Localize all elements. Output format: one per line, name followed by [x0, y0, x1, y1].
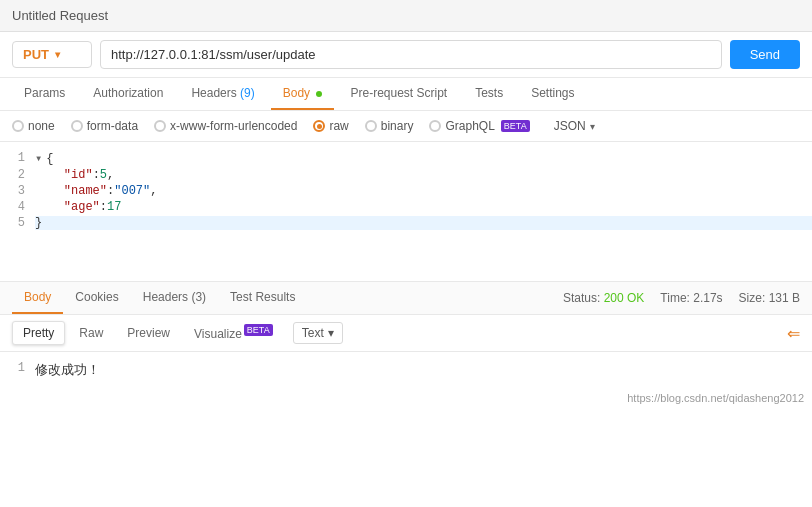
- radio-raw[interactable]: raw: [313, 119, 348, 133]
- format-selector[interactable]: JSON ▾: [554, 119, 595, 133]
- raw-button[interactable]: Raw: [69, 322, 113, 344]
- size-value: 131 B: [769, 291, 800, 305]
- radio-none-circle: [12, 120, 24, 132]
- tab-headers[interactable]: Headers (9): [179, 78, 266, 110]
- code-line-2: 2 "id":5,: [0, 167, 812, 183]
- preview-button[interactable]: Preview: [117, 322, 180, 344]
- text-format-arrow-icon: ▾: [328, 326, 334, 340]
- radio-urlencoded[interactable]: x-www-form-urlencoded: [154, 119, 297, 133]
- text-format-label: Text: [302, 326, 324, 340]
- radio-graphql-circle: [429, 120, 441, 132]
- url-bar: PUT ▾ Send: [0, 32, 812, 78]
- code-line-4: 4 "age":17: [0, 199, 812, 215]
- radio-binary-circle: [365, 120, 377, 132]
- visualize-button[interactable]: VisualizeBETA: [184, 321, 283, 345]
- tab-pre-request[interactable]: Pre-request Script: [338, 78, 459, 110]
- response-content: 1 修改成功！: [0, 352, 812, 388]
- title-label: Untitled Request: [12, 8, 108, 23]
- watermark: https://blog.csdn.net/qidasheng2012: [0, 388, 812, 408]
- resp-line-1-content: 修改成功！: [35, 361, 100, 379]
- code-line-1: 1 ▾{: [0, 150, 812, 167]
- tab-authorization[interactable]: Authorization: [81, 78, 175, 110]
- body-type-row: none form-data x-www-form-urlencoded raw…: [0, 111, 812, 142]
- code-line-5: 5 }: [0, 215, 812, 231]
- request-tabs: Params Authorization Headers (9) Body Pr…: [0, 78, 812, 111]
- tab-body[interactable]: Body: [271, 78, 335, 110]
- method-value: PUT: [23, 47, 49, 62]
- time-value: 2.17s: [693, 291, 722, 305]
- resp-line-1: 1 修改成功！: [0, 360, 812, 380]
- code-line-3: 3 "name":"007",: [0, 183, 812, 199]
- visualize-beta-badge: BETA: [244, 324, 273, 336]
- response-status: Status: 200 OK Time: 2.17s Size: 131 B: [563, 291, 800, 305]
- tab-tests[interactable]: Tests: [463, 78, 515, 110]
- response-section: Body Cookies Headers (3) Test Results St…: [0, 282, 812, 388]
- format-label: JSON: [554, 119, 586, 133]
- radio-binary[interactable]: binary: [365, 119, 414, 133]
- tab-params[interactable]: Params: [12, 78, 77, 110]
- graphql-beta-badge: BETA: [501, 120, 530, 132]
- resp-tab-body[interactable]: Body: [12, 282, 63, 314]
- title-bar: Untitled Request: [0, 0, 812, 32]
- resp-tab-headers[interactable]: Headers (3): [131, 282, 218, 314]
- radio-form-data-circle: [71, 120, 83, 132]
- response-tabs-bar: Body Cookies Headers (3) Test Results St…: [0, 282, 812, 315]
- send-button[interactable]: Send: [730, 40, 800, 69]
- body-dot: [316, 91, 322, 97]
- format-dropdown-icon: ▾: [590, 121, 595, 132]
- resp-tab-cookies[interactable]: Cookies: [63, 282, 130, 314]
- radio-graphql[interactable]: GraphQL BETA: [429, 119, 529, 133]
- status-value: 200 OK: [604, 291, 645, 305]
- radio-none[interactable]: none: [12, 119, 55, 133]
- tab-settings[interactable]: Settings: [519, 78, 586, 110]
- wrap-lines-icon[interactable]: ⇐: [787, 324, 800, 343]
- resp-tab-test-results[interactable]: Test Results: [218, 282, 307, 314]
- code-editor[interactable]: 1 ▾{ 2 "id":5, 3 "name":"007", 4 "age":1…: [0, 142, 812, 282]
- radio-form-data[interactable]: form-data: [71, 119, 138, 133]
- method-select[interactable]: PUT ▾: [12, 41, 92, 68]
- response-toolbar: Pretty Raw Preview VisualizeBETA Text ▾ …: [0, 315, 812, 352]
- radio-urlencoded-circle: [154, 120, 166, 132]
- url-input[interactable]: [100, 40, 722, 69]
- method-arrow-icon: ▾: [55, 49, 60, 60]
- text-format-dropdown[interactable]: Text ▾: [293, 322, 343, 344]
- pretty-button[interactable]: Pretty: [12, 321, 65, 345]
- headers-badge: (9): [240, 86, 255, 100]
- radio-raw-circle: [313, 120, 325, 132]
